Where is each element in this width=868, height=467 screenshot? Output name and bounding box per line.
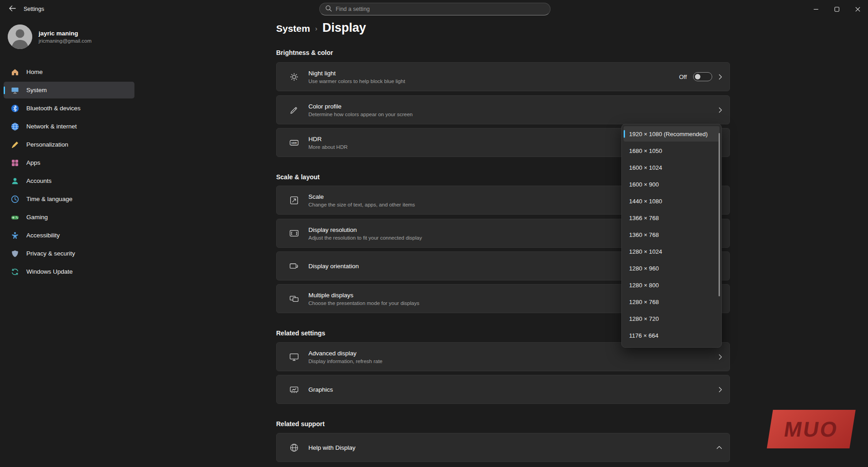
card-title: Graphics xyxy=(308,386,719,393)
color-profile-pen-icon xyxy=(288,105,299,115)
night-light-card[interactable]: Night light Use warmer colors to help bl… xyxy=(276,62,730,91)
section-heading-related-settings: Related settings xyxy=(276,329,325,337)
sidebar-item-gaming[interactable]: Gaming xyxy=(4,209,134,226)
close-button[interactable] xyxy=(847,0,868,18)
resolution-option-1600x900[interactable]: 1600 × 900 xyxy=(624,177,719,192)
minimize-button[interactable] xyxy=(805,0,826,18)
card-title: Help with Display xyxy=(308,444,716,451)
resolution-option-label: 1280 × 960 xyxy=(629,265,659,272)
display-orientation-icon xyxy=(288,261,299,271)
sidebar-item-label: System xyxy=(26,87,47,93)
resolution-option-1280x800[interactable]: 1280 × 800 xyxy=(624,277,719,293)
card-controls xyxy=(719,387,722,393)
card-title: Night light xyxy=(308,70,679,77)
color-profile-card[interactable]: Color profile Determine how colors appea… xyxy=(276,95,730,124)
sidebar-item-label: Accounts xyxy=(26,177,52,184)
sidebar-item-label: Accessibility xyxy=(26,232,60,239)
sidebar-item-bluetooth[interactable]: Bluetooth & devices xyxy=(4,100,134,117)
section-heading-related-support: Related support xyxy=(276,420,325,428)
sidebar-item-label: Gaming xyxy=(26,214,48,221)
scale-icon xyxy=(288,196,299,205)
card-subtitle: Display information, refresh rate xyxy=(308,359,719,364)
resolution-option-1280x960[interactable]: 1280 × 960 xyxy=(624,261,719,276)
accessibility-person-icon xyxy=(11,231,19,240)
chevron-right-icon[interactable] xyxy=(719,74,722,80)
selected-indicator xyxy=(624,130,625,138)
maximize-button[interactable] xyxy=(826,0,847,18)
resolution-option-1366x768[interactable]: 1366 × 768 xyxy=(624,210,719,226)
card-text: Graphics xyxy=(308,386,719,393)
card-title: Advanced display xyxy=(308,350,719,357)
page-title: Display xyxy=(322,21,366,35)
resolution-option-label: 1176 × 664 xyxy=(629,332,658,339)
chevron-right-icon[interactable] xyxy=(719,354,722,360)
sidebar-item-privacy[interactable]: Privacy & security xyxy=(4,245,134,262)
sidebar-item-label: Bluetooth & devices xyxy=(26,105,80,112)
sidebar-item-system[interactable]: System xyxy=(4,82,134,98)
resolution-option-1360x768[interactable]: 1360 × 768 xyxy=(624,227,719,242)
resolution-option-1440x1080[interactable]: 1440 × 1080 xyxy=(624,193,719,209)
sidebar-item-label: Windows Update xyxy=(26,268,73,275)
sidebar-item-accounts[interactable]: Accounts xyxy=(4,172,134,189)
person-icon xyxy=(11,177,19,185)
breadcrumb-separator-icon: › xyxy=(315,25,317,35)
bluetooth-icon xyxy=(11,104,19,113)
sidebar-item-network[interactable]: Network & internet xyxy=(4,118,134,135)
section-heading-scale-layout: Scale & layout xyxy=(276,173,320,181)
profile-name: jayric maning xyxy=(39,30,78,37)
display-resolution-icon xyxy=(288,229,299,238)
gamepad-icon xyxy=(11,213,19,221)
network-globe-icon xyxy=(11,123,19,131)
resolution-option-1176x664[interactable]: 1176 × 664 xyxy=(624,328,719,343)
graphics-card[interactable]: Graphics xyxy=(276,375,730,404)
chevron-up-icon[interactable] xyxy=(716,446,722,449)
sidebar-item-label: Network & internet xyxy=(26,123,77,130)
apps-grid-icon xyxy=(11,159,19,167)
sidebar-item-label: Apps xyxy=(26,159,40,166)
resolution-option-label: 1280 × 768 xyxy=(629,299,659,305)
avatar[interactable] xyxy=(8,25,32,49)
card-controls xyxy=(719,107,722,113)
sidebar-item-time-language[interactable]: Time & language xyxy=(4,191,134,207)
dropdown-scrollbar[interactable] xyxy=(719,133,720,296)
profile-email: jricmaning@gmail.com xyxy=(39,38,91,44)
resolution-option-label: 1280 × 1024 xyxy=(629,248,662,255)
resolution-option-1280x720[interactable]: 1280 × 720 xyxy=(624,311,719,326)
sidebar-item-accessibility[interactable]: Accessibility xyxy=(4,227,134,244)
chevron-right-icon[interactable] xyxy=(719,387,722,393)
card-subtitle: Use warmer colors to help block blue lig… xyxy=(308,79,679,84)
breadcrumb-parent[interactable]: System xyxy=(276,23,310,35)
back-button[interactable] xyxy=(5,4,19,15)
svg-text:HDR: HDR xyxy=(291,142,297,144)
sidebar-item-home[interactable]: Home xyxy=(4,64,134,80)
resolution-option-1280x768[interactable]: 1280 × 768 xyxy=(624,294,719,310)
night-light-toggle[interactable] xyxy=(693,72,712,81)
sidebar-item-personalization[interactable]: Personalization xyxy=(4,136,134,153)
help-globe-icon xyxy=(288,443,299,452)
resolution-option-label: 1366 × 768 xyxy=(629,215,659,221)
search-input[interactable] xyxy=(336,6,545,12)
card-text: Color profile Determine how colors appea… xyxy=(308,103,719,117)
sidebar-item-windows-update[interactable]: Windows Update xyxy=(4,263,134,280)
muo-logo-text: MUO xyxy=(782,417,840,442)
shield-icon xyxy=(11,250,19,258)
help-with-display-card[interactable]: Help with Display xyxy=(276,433,730,462)
chevron-right-icon[interactable] xyxy=(719,107,722,113)
hdr-icon: HDR xyxy=(288,138,299,147)
sidebar-nav: Home System Bluetooth & devices Network … xyxy=(4,64,134,281)
resolution-option-1680x1050[interactable]: 1680 × 1050 xyxy=(624,143,719,158)
card-subtitle: Determine how colors appear on your scre… xyxy=(308,112,719,117)
sidebar-item-label: Privacy & security xyxy=(26,250,75,257)
resolution-option-1600x1024[interactable]: 1600 × 1024 xyxy=(624,160,719,175)
toggle-knob xyxy=(695,74,700,79)
sidebar-item-apps[interactable]: Apps xyxy=(4,154,134,171)
night-light-icon xyxy=(288,72,299,82)
search-box[interactable] xyxy=(319,3,551,15)
resolution-option-1920x1080[interactable]: 1920 × 1080 (Recommended) xyxy=(624,126,719,142)
graphics-icon xyxy=(288,385,299,394)
card-controls xyxy=(716,446,722,449)
resolution-option-1280x1024[interactable]: 1280 × 1024 xyxy=(624,244,719,259)
muo-logo: MUO xyxy=(767,410,855,448)
resolution-option-label: 1360 × 768 xyxy=(629,231,659,238)
card-text: Night light Use warmer colors to help bl… xyxy=(308,70,679,84)
